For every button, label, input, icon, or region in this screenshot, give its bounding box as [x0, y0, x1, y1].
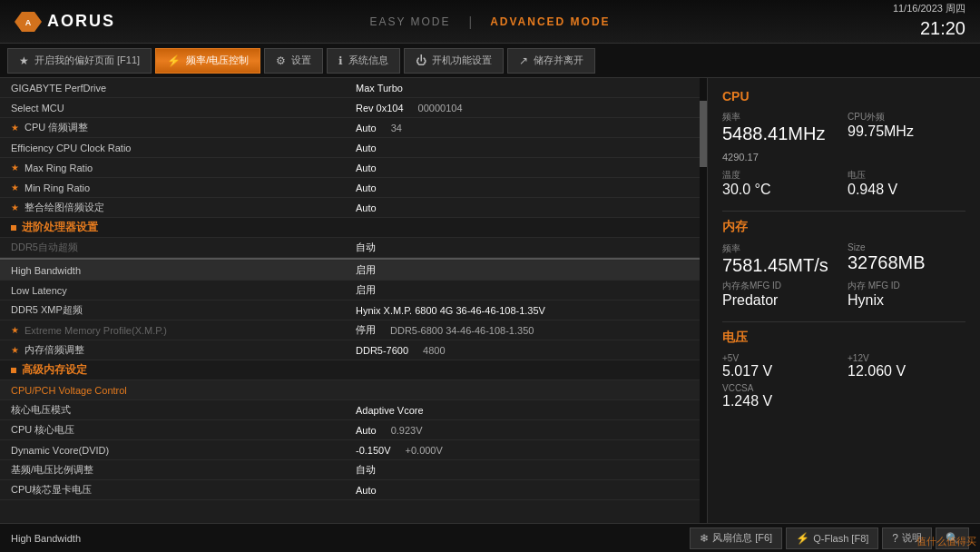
- power-icon: ⏻: [416, 54, 426, 67]
- cpu-freq-value: 5488.41MHz 4290.17: [722, 123, 840, 165]
- info-icon: ℹ: [338, 54, 343, 67]
- scroll-thumb[interactable]: [700, 101, 707, 168]
- row-value2-13: 4800: [423, 345, 445, 356]
- settings-btn[interactable]: ⚙ 设置: [264, 48, 323, 74]
- row-label-13: ★内存倍频调整: [11, 343, 356, 357]
- row-label-1: Select MCU: [11, 103, 356, 113]
- settings-row-12[interactable]: ★Extreme Memory Profile(X.M.P.) 停用 DDR5-…: [0, 320, 707, 340]
- row-value2-2: 34: [391, 123, 402, 133]
- star-icon: ★: [11, 182, 19, 192]
- settings-row-10[interactable]: Low Latency 启用: [0, 281, 707, 301]
- system-info-btn[interactable]: ℹ 系统信息: [327, 48, 400, 74]
- settings-row-13[interactable]: ★内存倍频调整 DDR5-7600 4800: [0, 340, 707, 360]
- advanced-mode-tab[interactable]: ADVANCED MODE: [472, 10, 628, 34]
- row-label-12: ★Extreme Memory Profile(X.M.P.): [11, 325, 356, 336]
- section-header-14: 高级内存设定: [0, 360, 707, 380]
- row-value-8: 自动: [356, 241, 376, 254]
- favorite-page-btn[interactable]: ★ 开启我的偏好页面 [F11]: [7, 48, 152, 74]
- section-label: 进阶处理器设置: [22, 220, 98, 235]
- mem-freq-value: 7581.45MT/s: [722, 255, 840, 276]
- logo-text: AORUS: [47, 12, 115, 31]
- row-value-2: Auto: [356, 123, 377, 133]
- cpu-section-title: CPU: [722, 89, 965, 104]
- memory-info-grid: 频率 7581.45MT/s Size 32768MB 内存条MFG ID Pr…: [722, 242, 965, 309]
- mem-mfg-label: 内存条MFG ID: [722, 280, 840, 292]
- svg-text:A: A: [25, 18, 32, 27]
- settings-row-6[interactable]: ★整合绘图倍频设定 Auto: [0, 198, 707, 218]
- easy-mode-tab[interactable]: EASY MODE: [351, 10, 468, 34]
- settings-row-5[interactable]: ★Min Ring Ratio Auto: [0, 178, 707, 198]
- settings-row-2[interactable]: ★CPU 倍频调整 Auto 34: [0, 118, 707, 138]
- row-label-3: Efficiency CPU Clock Ratio: [11, 143, 356, 153]
- row-value-5: Auto: [356, 182, 377, 193]
- qflash-btn[interactable]: ⚡ Q-Flash [F8]: [786, 527, 878, 549]
- divider-mem-volt: [722, 321, 965, 322]
- row-value-3: Auto: [356, 143, 377, 153]
- row-label-6: ★整合绘图倍频设定: [11, 201, 356, 214]
- mem-freq-item: 频率 7581.45MT/s: [722, 242, 840, 276]
- row-label-5: ★Min Ring Ratio: [11, 182, 356, 193]
- cpu-ext-freq-label: CPU外频: [848, 111, 965, 123]
- section-indicator: [11, 225, 16, 231]
- row-label-15: CPU/PCH Voltage Control: [11, 385, 356, 396]
- row-value-20: Auto: [356, 485, 377, 496]
- aorus-logo-icon: A: [15, 12, 42, 32]
- row-value-18: -0.150V: [356, 445, 391, 456]
- row-value-6: Auto: [356, 202, 377, 213]
- row-value-9: 启用: [356, 263, 376, 277]
- v12-label: +12V: [848, 353, 965, 363]
- boot-settings-btn[interactable]: ⏻ 开机功能设置: [404, 48, 504, 74]
- cpu-temp-value: 30.0 °C: [722, 182, 840, 198]
- star-icon: ★: [11, 202, 19, 212]
- star-nav-icon: ★: [19, 54, 29, 67]
- settings-row-16[interactable]: 核心电压模式 Adaptive Vcore: [0, 400, 707, 420]
- freq-voltage-btn[interactable]: ⚡ 频率/电压控制: [155, 48, 260, 74]
- mem-size-label: Size: [848, 242, 965, 252]
- settings-row-18[interactable]: Dynamic Vcore(DVID) -0.150V +0.000V: [0, 440, 707, 460]
- cpu-info-grid: 频率 5488.41MHz 4290.17 CPU外频 99.75MHz 温度 …: [722, 111, 965, 198]
- settings-row-8[interactable]: DDR5自动超频 自动: [0, 238, 707, 258]
- vccsa-item: VCCSA 1.248 V: [722, 383, 840, 409]
- mem-freq-label: 频率: [722, 242, 840, 255]
- fan-icon: ❄: [700, 532, 709, 545]
- gear-icon: ⚙: [276, 54, 286, 67]
- settings-row-1[interactable]: Select MCU Rev 0x104 00000104: [0, 98, 707, 118]
- section-header-7: 进阶处理器设置: [0, 218, 707, 238]
- cpu-freq-label: 频率: [722, 111, 840, 123]
- save-icon: ↗: [519, 54, 528, 67]
- fan-info-btn[interactable]: ❄ 风扇信息 [F6]: [690, 527, 782, 549]
- left-panel[interactable]: GIGABYTE PerfDrive Max Turbo Select MCU …: [0, 78, 708, 523]
- settings-row-19[interactable]: 基频/电压比例调整 自动: [0, 460, 707, 480]
- star-icon: ★: [11, 123, 19, 133]
- mem-mfg-value: Predator: [722, 292, 840, 309]
- section-label: 高级内存设定: [22, 362, 87, 378]
- memory-section-title: 内存: [722, 219, 965, 235]
- settings-row-0[interactable]: GIGABYTE PerfDrive Max Turbo: [0, 78, 707, 98]
- vccsa-value: 1.248 V: [722, 393, 840, 409]
- star-icon: ★: [11, 345, 19, 355]
- row-label-8: DDR5自动超频: [11, 241, 356, 254]
- settings-row-17[interactable]: CPU 核心电压 Auto 0.923V: [0, 420, 707, 440]
- voltage-info-grid: +5V 5.017 V +12V 12.060 V VCCSA 1.248 V: [722, 353, 965, 409]
- row-value2-18: +0.000V: [406, 445, 443, 456]
- row-value-12: 停用: [356, 323, 376, 337]
- settings-row-11[interactable]: DDR5 XMP超频 Hynix X.M.P. 6800 4G 36-46-46…: [0, 301, 707, 320]
- memory-section: 内存 频率 7581.45MT/s Size 32768MB 内存条MFG ID…: [722, 219, 965, 309]
- time-text: 21:20: [893, 15, 965, 41]
- header: A AORUS EASY MODE | ADVANCED MODE 11/16/…: [0, 0, 980, 44]
- mem-mfg-item: 内存条MFG ID Predator: [722, 280, 840, 309]
- save-exit-btn[interactable]: ↗ 储存并离开: [507, 48, 595, 74]
- row-value-17: Auto: [356, 425, 377, 436]
- row-value2-17: 0.923V: [391, 425, 423, 436]
- settings-row-3[interactable]: Efficiency CPU Clock Ratio Auto: [0, 138, 707, 158]
- flash-icon: ⚡: [796, 532, 809, 545]
- cpu-ext-freq-value: 99.75MHz: [848, 123, 965, 140]
- settings-row-9[interactable]: High Bandwidth 启用: [0, 261, 707, 281]
- date-text: 11/16/2023 周四: [893, 2, 965, 15]
- row-value2-12: DDR5-6800 34-46-46-108-1.350: [390, 325, 534, 336]
- row-value-16: Adaptive Vcore: [356, 405, 424, 416]
- section-orange-15[interactable]: CPU/PCH Voltage Control: [0, 380, 707, 400]
- settings-row-20[interactable]: CPU核芯显卡电压 Auto: [0, 480, 707, 500]
- star-icon: ★: [11, 325, 19, 335]
- settings-row-4[interactable]: ★Max Ring Ratio Auto: [0, 158, 707, 178]
